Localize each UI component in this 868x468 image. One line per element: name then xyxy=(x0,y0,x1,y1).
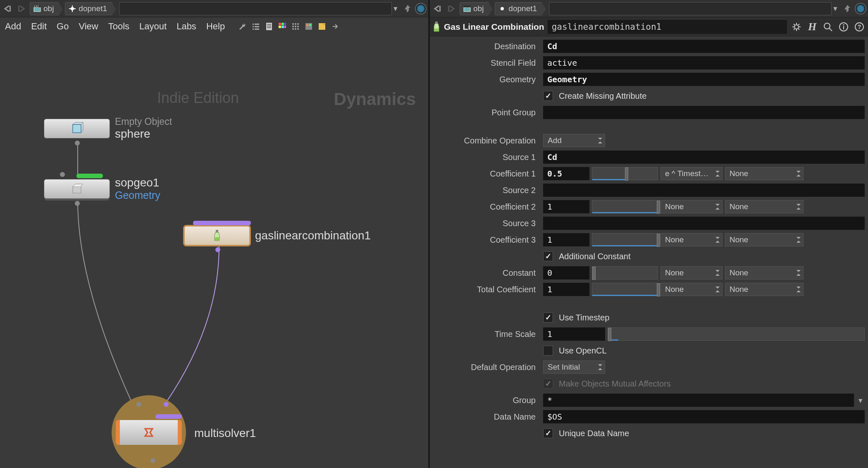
input-destination[interactable] xyxy=(543,40,865,53)
pin-icon[interactable] xyxy=(842,3,853,14)
menu-tools[interactable]: Tools xyxy=(108,21,129,32)
watermark-context: Dynamics xyxy=(334,89,416,109)
breadcrumb-dropdown-icon[interactable]: ▾ xyxy=(393,4,400,13)
input-group[interactable] xyxy=(543,394,854,407)
template-flag-icon[interactable] xyxy=(155,414,182,419)
display-flag-icon[interactable] xyxy=(76,174,103,178)
breadcrumb-dopnet[interactable]: dopnet1 xyxy=(495,2,542,15)
node-gaslinearcombination[interactable]: gaslinearcombination1 xyxy=(184,226,371,246)
input-pointgroup[interactable] xyxy=(543,106,865,119)
gear-icon[interactable] xyxy=(790,21,803,33)
follow-target-icon[interactable] xyxy=(415,3,427,14)
menu-edit[interactable]: Edit xyxy=(31,21,47,32)
check-mutual-affectors xyxy=(543,379,553,389)
arrow-right-icon[interactable] xyxy=(330,21,341,32)
template-flag-icon[interactable] xyxy=(193,221,251,225)
nav-fwd-icon[interactable] xyxy=(446,2,458,15)
node-sopgeo-link[interactable]: Geometry xyxy=(115,189,160,201)
check-create-missing[interactable] xyxy=(543,91,553,101)
palette-icon[interactable] xyxy=(303,21,314,32)
input-timescale[interactable] xyxy=(543,327,605,341)
dropdown-coeff1-mode[interactable]: None xyxy=(725,167,804,180)
check-use-opencl[interactable] xyxy=(543,346,553,356)
menu-add[interactable]: Add xyxy=(5,21,21,32)
node-name-input[interactable] xyxy=(548,20,787,34)
check-use-timestep[interactable] xyxy=(543,313,553,322)
dropdown-constant-op[interactable]: None xyxy=(661,266,723,279)
info-icon[interactable] xyxy=(837,21,850,33)
dropdown-combineop[interactable]: Add xyxy=(543,134,605,147)
breadcrumb-obj[interactable]: obj xyxy=(460,2,489,15)
label-source1: Source 1 xyxy=(433,153,541,162)
node-graph[interactable]: Indie Edition Dynamics Empty Object sphe… xyxy=(0,36,428,468)
input-geometry[interactable] xyxy=(543,73,865,86)
menu-help[interactable]: Help xyxy=(206,21,225,32)
svg-rect-8 xyxy=(253,24,254,25)
breadcrumb-dopnet-label: dopnet1 xyxy=(508,4,537,13)
list-icon[interactable] xyxy=(250,21,261,32)
slider-totalcoeff[interactable] xyxy=(592,283,658,296)
nav-fwd-icon[interactable] xyxy=(16,2,28,15)
input-dataname[interactable] xyxy=(543,410,865,423)
svg-rect-44 xyxy=(73,186,81,193)
dropdown-coeff3-op[interactable]: None xyxy=(661,233,723,246)
menu-layout[interactable]: Layout xyxy=(139,21,167,32)
dropdown-totalcoeff-op[interactable]: None xyxy=(661,283,723,296)
dropdown-coeff2-mode[interactable]: None xyxy=(725,200,804,213)
node-multisolver[interactable]: multisolver1 xyxy=(112,395,186,468)
help-icon[interactable]: ? xyxy=(853,21,866,33)
dop-icon xyxy=(498,5,506,12)
group-dropdown-icon[interactable]: ▾ xyxy=(856,396,865,405)
slider-timescale[interactable] xyxy=(608,327,865,341)
dropdown-coeff1-op[interactable]: e ^ Timest… xyxy=(661,167,723,180)
note-icon[interactable] xyxy=(317,21,327,32)
bottle-icon xyxy=(432,21,441,33)
pin-icon[interactable] xyxy=(402,3,413,14)
label-use-timestep: Use Timestep xyxy=(559,313,609,322)
menu-go[interactable]: Go xyxy=(57,21,69,32)
grid-color-icon[interactable] xyxy=(277,21,288,32)
breadcrumb-path-field[interactable] xyxy=(549,2,832,15)
h-logo-icon[interactable]: H xyxy=(806,21,818,33)
input-coeff3[interactable] xyxy=(543,233,589,246)
dropdown-constant-mode[interactable]: None xyxy=(725,266,804,279)
dropdown-coeff2-op[interactable]: None xyxy=(661,200,723,213)
svg-line-59 xyxy=(794,24,795,25)
node-sphere[interactable]: Empty Object sphere xyxy=(44,116,172,141)
input-source3[interactable] xyxy=(543,217,865,230)
check-additional-const[interactable] xyxy=(543,251,553,261)
svg-rect-20 xyxy=(284,23,286,25)
label-timescale: Time Scale xyxy=(433,330,541,339)
slider-coeff3[interactable] xyxy=(592,233,658,246)
input-constant[interactable] xyxy=(543,266,589,279)
menu-labs[interactable]: Labs xyxy=(176,21,196,32)
breadcrumb-path-field[interactable] xyxy=(119,2,392,15)
breadcrumb-dropdown-icon[interactable]: ▾ xyxy=(833,4,840,13)
nav-back-icon[interactable] xyxy=(2,2,14,15)
dropdown-coeff3-mode[interactable]: None xyxy=(725,233,804,246)
menu-view[interactable]: View xyxy=(79,21,98,32)
dropdown-defaultop[interactable]: Set Initial xyxy=(543,361,605,374)
breadcrumb-obj[interactable]: obj xyxy=(30,2,59,15)
input-source2[interactable] xyxy=(543,184,865,197)
svg-point-7 xyxy=(71,7,74,10)
dropdown-totalcoeff-mode[interactable]: None xyxy=(725,283,804,296)
input-coeff1[interactable] xyxy=(543,167,589,180)
input-stencil[interactable] xyxy=(543,56,865,69)
breadcrumb-dopnet[interactable]: dopnet1 xyxy=(65,2,112,15)
slider-constant[interactable] xyxy=(592,266,658,279)
follow-target-icon[interactable] xyxy=(855,3,866,14)
svg-rect-15 xyxy=(267,24,271,25)
slider-coeff1[interactable] xyxy=(592,167,658,180)
wrench-icon[interactable] xyxy=(237,21,248,32)
doc-icon[interactable] xyxy=(264,21,274,32)
search-icon[interactable] xyxy=(822,21,834,33)
slider-coeff2[interactable] xyxy=(592,200,658,213)
input-totalcoeff[interactable] xyxy=(543,283,589,296)
node-sopgeo[interactable]: sopgeo1 Geometry xyxy=(44,176,160,201)
check-unique-dataname[interactable] xyxy=(543,428,553,438)
grid-dots-icon[interactable] xyxy=(290,21,301,32)
input-source1[interactable] xyxy=(543,150,865,164)
nav-back-icon[interactable] xyxy=(432,2,444,15)
input-coeff2[interactable] xyxy=(543,200,589,213)
